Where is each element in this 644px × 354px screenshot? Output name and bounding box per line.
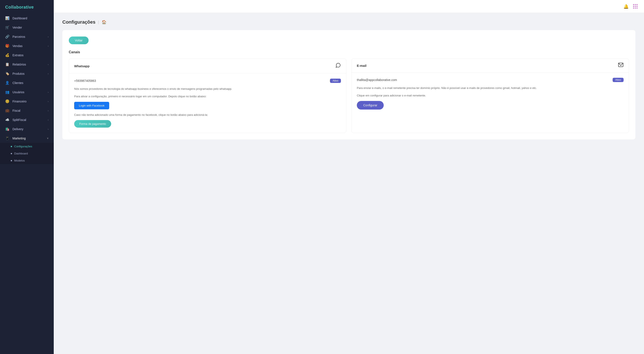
bell-icon[interactable]: 🔔: [623, 4, 629, 9]
whatsapp-desc2: Para ativar a configuração, primeiro é n…: [74, 94, 341, 99]
sidebar-item-vendas[interactable]: 🎁 Vendas ›: [0, 41, 54, 50]
whatsapp-phone: +593987405863: [74, 79, 96, 82]
back-button[interactable]: Voltar: [69, 36, 88, 44]
email-address: thallita@appcollaborative.com: [357, 78, 397, 82]
sidebar-item-financeiro[interactable]: 🪙 Financeiro ›: [0, 97, 54, 106]
chevron-right-icon: ›: [48, 119, 48, 121]
settings-card: Voltar Canais Whatsapp: [62, 30, 636, 139]
chevron-down-icon: ∨: [47, 137, 48, 140]
whatsapp-desc3: Caso não tenha adicionado uma forma de p…: [74, 113, 341, 117]
sidebar-sub-modelos[interactable]: Modelos: [0, 157, 54, 164]
topbar-icons: 🔔: [623, 4, 638, 9]
whatsapp-card: Whatsapp +593987405863 Ativo Nós somos: [69, 58, 346, 133]
sidebar: Collaborative 📊 Dashboard 🛒 Vender 🔗 Par…: [0, 0, 54, 354]
splitfiscal-icon: ☁️: [5, 118, 10, 122]
page-content: Configurações | 🏠 Voltar Canais Whatsapp: [54, 13, 644, 354]
whatsapp-card-header: Whatsapp: [69, 59, 346, 73]
usuarios-icon: 👥: [5, 90, 10, 94]
payment-button[interactable]: Forma de pagamento: [74, 120, 111, 128]
active-dot: [11, 146, 12, 147]
dashboard-icon: 📊: [5, 16, 10, 20]
vendas-icon: 🎁: [5, 44, 10, 48]
login-facebook-button[interactable]: Login with Facebook: [74, 102, 109, 109]
breadcrumb-separator: |: [98, 20, 99, 24]
section-title: Canais: [69, 50, 629, 54]
chevron-right-icon: ›: [48, 45, 48, 47]
chevron-right-icon: ›: [48, 100, 48, 103]
chevron-right-icon: ›: [48, 91, 48, 93]
whatsapp-title: Whatsapp: [74, 64, 90, 68]
whatsapp-desc1: Nós somos provedores de tecnologia do wh…: [74, 87, 341, 91]
extratos-icon: 💰: [5, 53, 10, 57]
email-card: E-mail thallita@appcollaborative.com Ati…: [352, 58, 629, 133]
sidebar-item-splitfiscal[interactable]: ☁️ SplitFiscal ›: [0, 115, 54, 124]
configurar-button[interactable]: Configurar: [357, 101, 384, 110]
sidebar-sub-dashboard[interactable]: Dashboard: [0, 150, 54, 157]
whatsapp-icon: [335, 62, 341, 69]
relatorios-icon: 📋: [5, 62, 10, 66]
whatsapp-info-row: +593987405863 Ativo: [74, 79, 341, 83]
email-desc1: Para enviar e-mails, o e-mail remetente …: [357, 86, 624, 90]
dot-icon: [11, 160, 12, 161]
sidebar-item-fiscal[interactable]: 💼 Fiscal ›: [0, 106, 54, 115]
home-icon[interactable]: 🏠: [102, 20, 106, 24]
email-info-row: thallita@appcollaborative.com Ativo: [357, 78, 624, 82]
sidebar-item-parceiros[interactable]: 🔗 Parceiros ›: [0, 32, 54, 41]
email-status-badge: Ativo: [612, 78, 624, 82]
email-card-header: E-mail: [352, 59, 629, 73]
sidebar-item-vender[interactable]: 🛒 Vender: [0, 23, 54, 32]
sidebar-item-produtos[interactable]: 🏷️ Produtos ›: [0, 69, 54, 78]
fiscal-icon: 💼: [5, 108, 10, 113]
vender-icon: 🛒: [5, 25, 10, 29]
sidebar-item-usuarios[interactable]: 👥 Usuários ›: [0, 87, 54, 97]
sidebar-item-marketing[interactable]: 📱 Marketing ∨: [0, 134, 54, 143]
sidebar-sub-configuracoes[interactable]: Configurações: [0, 143, 54, 150]
sidebar-item-delivery[interactable]: 🛍️ Delivery ›: [0, 124, 54, 134]
sidebar-item-extratos[interactable]: 💰 Extratos: [0, 50, 54, 60]
sidebar-item-clientes[interactable]: 👤 Clientes: [0, 78, 54, 87]
chevron-right-icon: ›: [48, 72, 48, 75]
grid-icon[interactable]: [633, 4, 638, 8]
parceiros-icon: 🔗: [5, 34, 10, 39]
main-content: 🔔 Configurações | 🏠 Voltar Canais W: [54, 0, 644, 354]
sidebar-item-dashboard[interactable]: 📊 Dashboard: [0, 13, 54, 23]
produtos-icon: 🏷️: [5, 71, 10, 76]
page-title: Configurações: [62, 19, 96, 25]
chevron-right-icon: ›: [48, 109, 48, 112]
clientes-icon: 👤: [5, 81, 10, 85]
marketing-icon: 📱: [5, 136, 10, 140]
dot-icon: [11, 153, 12, 154]
delivery-icon: 🛍️: [5, 127, 10, 131]
financeiro-icon: 🪙: [5, 99, 10, 103]
sidebar-logo: Collaborative: [0, 0, 54, 13]
channels-grid: Whatsapp +593987405863 Ativo Nós somos: [69, 58, 629, 133]
whatsapp-card-body: +593987405863 Ativo Nós somos provedores…: [69, 73, 346, 133]
topbar: 🔔: [54, 0, 644, 13]
chevron-right-icon: ›: [48, 35, 48, 38]
email-card-body: thallita@appcollaborative.com Ativo Para…: [352, 73, 629, 115]
sidebar-item-relatorios[interactable]: 📋 Relatórios ›: [0, 60, 54, 69]
email-desc2: Clique em configurar para adicionar o e-…: [357, 93, 624, 98]
chevron-right-icon: ›: [48, 128, 48, 130]
chevron-right-icon: ›: [48, 63, 48, 66]
email-title: E-mail: [357, 64, 366, 67]
email-icon: [618, 62, 624, 68]
whatsapp-status-badge: Ativo: [330, 79, 341, 83]
breadcrumb: Configurações | 🏠: [62, 19, 636, 25]
